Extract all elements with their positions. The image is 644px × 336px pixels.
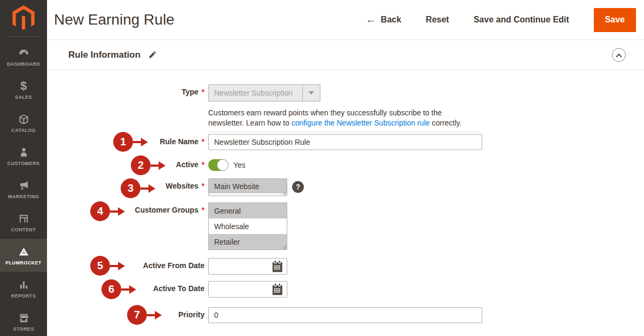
save-and-continue-button[interactable]: Save and Continue Edit [474, 15, 569, 25]
sidebar-item-dashboard[interactable]: DASHBOARD [0, 40, 47, 73]
help-question-icon[interactable]: ? [292, 181, 304, 193]
customer-groups-option-retailer[interactable]: Retailer [209, 234, 287, 249]
sidebar-item-label: PLUMROCKET [5, 260, 42, 265]
section-title: Rule Information [68, 50, 140, 60]
active-from-date-label: Active From Date [47, 258, 205, 275]
storefront-icon [18, 311, 30, 324]
customer-groups-option-general[interactable]: General [209, 203, 287, 218]
priority-input[interactable] [208, 307, 482, 323]
required-asterisk: * [202, 182, 205, 190]
required-asterisk: * [202, 88, 205, 96]
back-arrow-icon: ← [366, 15, 376, 24]
rule-information-form: Type* Newsletter Subscription Customers … [47, 70, 644, 323]
sidebar-item-label: CONTENT [11, 227, 36, 232]
sidebar-item-plumrocket[interactable]: PLUMROCKET [0, 239, 47, 272]
type-help-note: Customers earn reward points when they s… [208, 108, 471, 128]
type-select-value: Newsletter Subscription [209, 89, 302, 97]
type-select-caret-button [302, 85, 320, 101]
type-select: Newsletter Subscription [208, 84, 320, 101]
websites-option-main-website[interactable]: Main Website [209, 179, 287, 193]
active-field-row: Active* Yes [47, 159, 644, 171]
save-button[interactable]: Save [594, 8, 636, 32]
customer-groups-field-row: Customer Groups* General Wholesale Retai… [47, 202, 644, 250]
active-to-date-label: Active To Date [47, 281, 205, 298]
rule-name-input[interactable] [208, 134, 482, 150]
field-divider [208, 132, 482, 132]
customer-groups-select[interactable]: General Wholesale Retailer [208, 202, 287, 250]
type-field-row: Type* Newsletter Subscription [47, 84, 644, 101]
pyramid-icon [18, 245, 30, 258]
required-asterisk: * [202, 206, 205, 214]
section-header: Rule Information [47, 40, 644, 70]
toggle-knob [217, 159, 229, 171]
active-toggle-state: Yes [233, 161, 246, 169]
dollar-sign-icon: $ [20, 80, 27, 92]
sidebar-item-customers[interactable]: CUSTOMERS [0, 139, 47, 173]
app-root: DASHBOARD $ SALES CATALOG CUSTOMERS [0, 0, 644, 336]
sidebar-item-label: REPORTS [11, 293, 36, 299]
priority-field-row: Priority [47, 307, 644, 323]
configure-rule-link[interactable]: configure the Newsletter Subscription ru… [292, 119, 430, 127]
bar-chart-icon [18, 278, 30, 291]
main-content: New Earning Rule ← Back Reset Save and C… [47, 0, 644, 336]
chevron-up-icon [616, 53, 622, 59]
collapse-section-button[interactable] [612, 48, 626, 62]
magento-logo[interactable] [0, 0, 47, 36]
chevron-down-icon [309, 91, 314, 95]
priority-label: Priority [47, 307, 205, 323]
sidebar-item-reports[interactable]: REPORTS [0, 272, 47, 305]
websites-field-row: Websites* Main Website ? [47, 178, 644, 196]
megaphone-icon [18, 179, 30, 192]
page-header: New Earning Rule ← Back Reset Save and C… [47, 0, 644, 40]
calendar-icon[interactable] [271, 284, 284, 295]
reset-button[interactable]: Reset [426, 15, 449, 25]
back-button[interactable]: ← Back [366, 15, 401, 25]
sidebar-item-sales[interactable]: $ SALES [0, 73, 47, 106]
customer-groups-option-wholesale[interactable]: Wholesale [209, 218, 287, 234]
websites-select[interactable]: Main Website [208, 178, 287, 196]
dashboard-gauge-icon [18, 46, 30, 59]
magento-logo-icon [12, 5, 35, 31]
active-label: Active* [47, 159, 205, 171]
rule-name-field-row: Rule Name* [47, 134, 644, 150]
active-toggle[interactable] [208, 159, 228, 171]
edit-pencil-icon[interactable] [148, 51, 156, 59]
type-label: Type* [47, 84, 205, 101]
sidebar-divider [7, 36, 40, 37]
sidebar-item-label: CUSTOMERS [7, 161, 40, 166]
calendar-icon[interactable] [271, 261, 284, 272]
sidebar-item-label: CATALOG [11, 128, 36, 133]
required-asterisk: * [202, 137, 205, 146]
sidebar-item-label: DASHBOARD [7, 61, 40, 67]
sidebar-nav: DASHBOARD $ SALES CATALOG CUSTOMERS [0, 40, 47, 336]
sidebar-item-catalog[interactable]: CATALOG [0, 106, 47, 139]
sidebar-item-label: SALES [15, 95, 32, 100]
websites-label: Websites* [47, 178, 205, 196]
active-from-date-field-row: Active From Date [47, 258, 644, 275]
required-asterisk: * [202, 160, 205, 169]
page-title: New Earning Rule [54, 11, 175, 28]
header-actions: ← Back Reset Save and Continue Edit Save [366, 8, 636, 32]
rule-name-label: Rule Name* [47, 134, 205, 150]
sidebar-item-content[interactable]: CONTENT [0, 206, 47, 239]
box-icon [18, 113, 30, 126]
back-button-label: Back [381, 15, 401, 25]
layout-icon [18, 212, 30, 225]
sidebar-item-label: STORES [13, 326, 34, 332]
customer-groups-label: Customer Groups* [47, 202, 205, 250]
sidebar-item-marketing[interactable]: MARKETING [0, 173, 47, 206]
sidebar: DASHBOARD $ SALES CATALOG CUSTOMERS [0, 0, 47, 336]
sidebar-item-stores[interactable]: STORES [0, 305, 47, 336]
sidebar-item-label: MARKETING [8, 194, 39, 199]
person-icon [18, 146, 30, 159]
active-to-date-field-row: Active To Date [47, 281, 644, 298]
